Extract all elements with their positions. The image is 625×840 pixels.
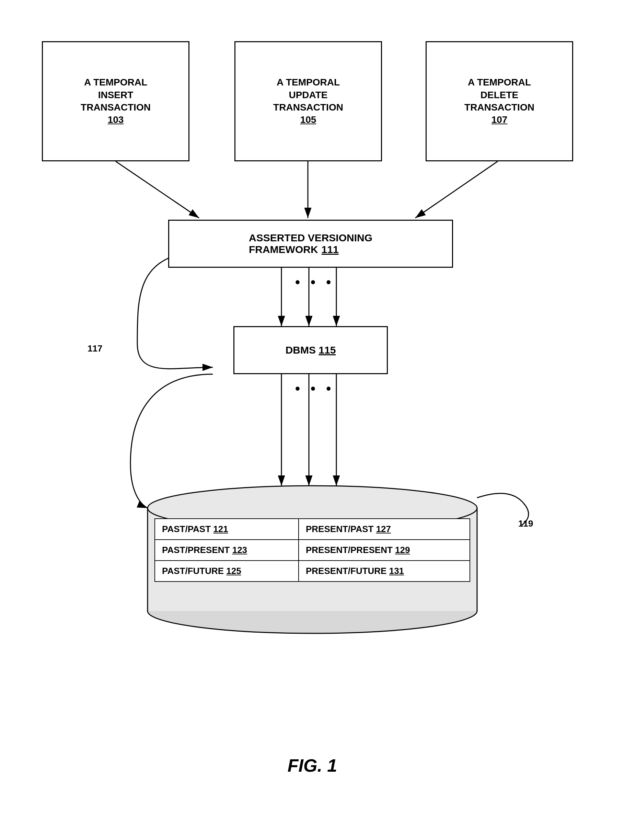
dots-bottom: • • • [295,381,334,397]
cell-present-present: PRESENT/PRESENT 129 [299,540,470,561]
svg-point-0 [148,589,477,633]
cell-past-past: PAST/PAST 121 [155,519,299,540]
table-row: PAST/PRESENT 123 PRESENT/PRESENT 129 [155,540,470,561]
update-line3: TRANSACTION [273,101,343,114]
delete-line3: TRANSACTION [464,101,535,114]
cell-present-past: PRESENT/PAST 127 [299,519,470,540]
dbms-num: 115 [319,344,336,356]
delete-num: 107 [491,114,508,126]
table-row: PAST/PAST 121 PRESENT/PAST 127 [155,519,470,540]
cell-past-present: PAST/PRESENT 123 [155,540,299,561]
table-row: PAST/FUTURE 125 PRESENT/FUTURE 131 [155,561,470,582]
delete-line2: DELETE [480,89,518,101]
update-num: 105 [300,114,316,126]
svg-line-7 [415,161,498,218]
delete-line1: A TEMPORAL [468,76,531,89]
dbms-text: DBMS [286,344,316,356]
label-117: 117 [87,343,102,354]
dots-top: • • • [295,275,334,290]
diagram: A TEMPORAL INSERT TRANSACTION 103 A TEMP… [0,0,625,840]
figure-caption: FIG. 1 [261,755,364,776]
label-119: 119 [518,518,533,529]
database-table: PAST/PAST 121 PRESENT/PAST 127 PAST/PRES… [154,518,470,582]
update-line1: A TEMPORAL [277,76,340,89]
framework-line2: FRAMEWORK [249,244,318,255]
insert-line2: INSERT [98,89,134,101]
cell-past-future: PAST/FUTURE 125 [155,561,299,582]
update-transaction-box: A TEMPORAL UPDATE TRANSACTION 105 [235,41,382,161]
update-line2: UPDATE [289,89,327,101]
insert-num: 103 [108,114,124,126]
insert-line3: TRANSACTION [81,101,151,114]
dbms-box: DBMS 115 [233,326,388,374]
svg-line-5 [116,161,199,218]
insert-line1: A TEMPORAL [84,76,147,89]
cell-present-future: PRESENT/FUTURE 131 [299,561,470,582]
delete-transaction-box: A TEMPORAL DELETE TRANSACTION 107 [426,41,573,161]
insert-transaction-box: A TEMPORAL INSERT TRANSACTION 103 [42,41,190,161]
framework-line1: ASSERTED VERSIONING [249,232,372,244]
framework-num: 111 [322,244,339,255]
framework-box: ASSERTED VERSIONING FRAMEWORK 111 [168,220,453,268]
